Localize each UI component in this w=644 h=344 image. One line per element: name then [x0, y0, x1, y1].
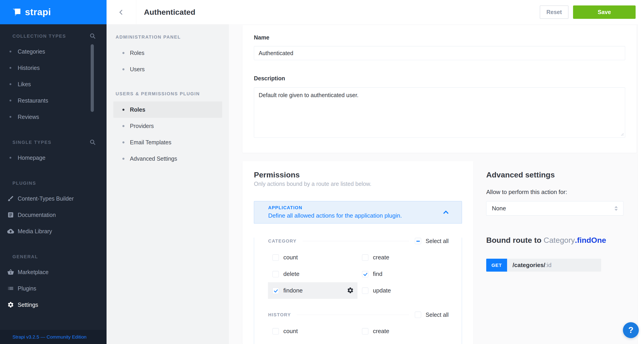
- back-button[interactable]: [106, 0, 136, 24]
- action-checkbox[interactable]: [272, 254, 279, 261]
- admin-panel-section-title: ADMINISTRATION PANEL: [116, 34, 229, 40]
- group-name: CATEGORY: [268, 238, 297, 244]
- advanced-settings-panel: Advanced settings Allow to perform this …: [486, 170, 637, 272]
- basket-icon: [7, 269, 14, 275]
- application-accordion-header[interactable]: APPLICATION Define all allowed actions f…: [254, 201, 462, 223]
- action-checkbox[interactable]: [362, 287, 368, 294]
- description-label: Description: [254, 75, 625, 82]
- plugin-description: Define all allowed actions for the appli…: [268, 212, 462, 219]
- name-input[interactable]: [254, 46, 625, 60]
- section-general: GENERAL: [0, 254, 106, 259]
- group-name: HISTORY: [268, 312, 291, 317]
- divider: [297, 315, 409, 315]
- bullet-icon: [10, 157, 11, 159]
- action-checkbox[interactable]: [362, 271, 368, 277]
- action-update[interactable]: update: [358, 282, 447, 299]
- section-single-types: SINGLE TYPES: [0, 140, 106, 145]
- sidebar-item-homepage[interactable]: Homepage: [0, 150, 106, 166]
- action-checkbox[interactable]: [272, 287, 279, 294]
- action-checkbox[interactable]: [362, 328, 368, 334]
- logo-text: strapi: [25, 7, 51, 18]
- settings-nav-item-roles[interactable]: Roles: [113, 101, 222, 118]
- sidebar-item-settings[interactable]: Settings: [0, 296, 106, 313]
- gear-icon: [7, 301, 14, 308]
- sidebar-scrollbar-thumb[interactable]: [91, 44, 94, 112]
- strapi-logo[interactable]: strapi: [0, 0, 106, 24]
- sidebar-item-documentation[interactable]: Documentation: [0, 207, 106, 223]
- bound-route-display: GET /categories/:id: [486, 259, 601, 272]
- action-count[interactable]: count: [268, 323, 358, 339]
- brush-icon: [7, 195, 14, 202]
- category-actions-grid: count create delete find: [268, 249, 462, 299]
- sidebar-item-reviews[interactable]: Reviews: [0, 109, 106, 125]
- bullet-icon: [122, 125, 124, 127]
- general-list: Marketplace Plugins Settings: [0, 264, 106, 313]
- history-select-all[interactable]: Select all: [415, 311, 448, 318]
- bullet-icon: [10, 67, 11, 69]
- main-sidebar: strapi COLLECTION TYPES Categories Histo…: [0, 0, 106, 344]
- select-all-checkbox[interactable]: [415, 238, 421, 244]
- action-count[interactable]: count: [268, 249, 358, 266]
- section-plugins: PLUGINS: [0, 180, 106, 186]
- bullet-icon: [122, 52, 124, 54]
- help-button[interactable]: ?: [623, 322, 639, 338]
- action-checkbox[interactable]: [272, 328, 279, 334]
- sidebar-item-content-types-builder[interactable]: Content-Types Builder: [0, 190, 106, 207]
- bullet-icon: [10, 100, 11, 101]
- settings-nav-item-roles-admin[interactable]: Roles: [113, 45, 222, 61]
- cloud-upload-icon: [7, 228, 14, 235]
- bullet-icon: [122, 141, 124, 143]
- action-delete[interactable]: delete: [268, 266, 358, 282]
- settings-nav-item-users[interactable]: Users: [113, 61, 222, 77]
- page-scrollbar-track[interactable]: [638, 24, 644, 344]
- settings-nav-item-email-templates[interactable]: Email Templates: [113, 134, 222, 150]
- bullet-icon: [122, 158, 124, 160]
- role-form-card: Name Description Default role given to a…: [242, 25, 636, 153]
- search-icon[interactable]: [89, 33, 96, 40]
- description-textarea[interactable]: Default role given to authenticated user…: [254, 87, 625, 138]
- sidebar-item-media-library[interactable]: Media Library: [0, 223, 106, 239]
- action-create[interactable]: create: [358, 323, 447, 339]
- settings-nav-item-providers[interactable]: Providers: [113, 118, 222, 134]
- action-settings-gear-icon[interactable]: [347, 287, 354, 295]
- reset-button[interactable]: Reset: [540, 6, 568, 19]
- bullet-icon: [10, 83, 11, 85]
- strapi-logo-icon: [11, 7, 22, 18]
- search-icon[interactable]: [89, 139, 96, 146]
- divider: [302, 241, 409, 241]
- bullet-icon: [122, 68, 124, 70]
- version-link[interactable]: Strapi v3.2.5 — Community Edition: [12, 334, 86, 340]
- sidebar-item-plugins[interactable]: Plugins: [0, 280, 106, 296]
- bound-route-heading: Bound route to Category.findOne: [486, 235, 637, 245]
- action-findone[interactable]: findone: [268, 282, 358, 299]
- action-checkbox[interactable]: [272, 271, 279, 277]
- permissions-title: Permissions: [254, 161, 462, 179]
- select-all-checkbox[interactable]: [415, 311, 421, 318]
- select-arrows-icon: [614, 206, 618, 211]
- settings-nav-item-advanced-settings[interactable]: Advanced Settings: [113, 150, 222, 167]
- action-create[interactable]: create: [358, 249, 447, 266]
- page-title: Authenticated: [144, 0, 196, 24]
- category-select-all[interactable]: Select all: [415, 238, 448, 244]
- section-collection-types: COLLECTION TYPES: [0, 33, 106, 39]
- main-content: Name Description Default role given to a…: [229, 24, 644, 344]
- application-accordion-body: CATEGORY Select all count create: [254, 238, 462, 344]
- http-method-badge: GET: [486, 259, 507, 272]
- category-group-header: CATEGORY Select all: [254, 238, 462, 244]
- list-icon: [7, 285, 14, 292]
- resize-handle-icon[interactable]: [620, 132, 624, 137]
- history-actions-grid: count create: [268, 323, 462, 339]
- topbar: Authenticated Reset Save: [106, 0, 644, 24]
- select-value: None: [492, 205, 506, 212]
- sidebar-item-marketplace[interactable]: Marketplace: [0, 264, 106, 280]
- chevron-left-icon: [118, 9, 125, 16]
- bullet-icon: [122, 109, 124, 111]
- action-checkbox[interactable]: [362, 254, 368, 261]
- save-button[interactable]: Save: [573, 6, 636, 19]
- chevron-up-icon: [443, 210, 449, 215]
- allow-action-select[interactable]: None: [486, 201, 623, 216]
- action-find[interactable]: find: [358, 266, 447, 282]
- strapi-admin-app: strapi COLLECTION TYPES Categories Histo…: [0, 0, 644, 344]
- sidebar-footer: Strapi v3.2.5 — Community Edition: [0, 330, 106, 344]
- bullet-icon: [10, 116, 11, 118]
